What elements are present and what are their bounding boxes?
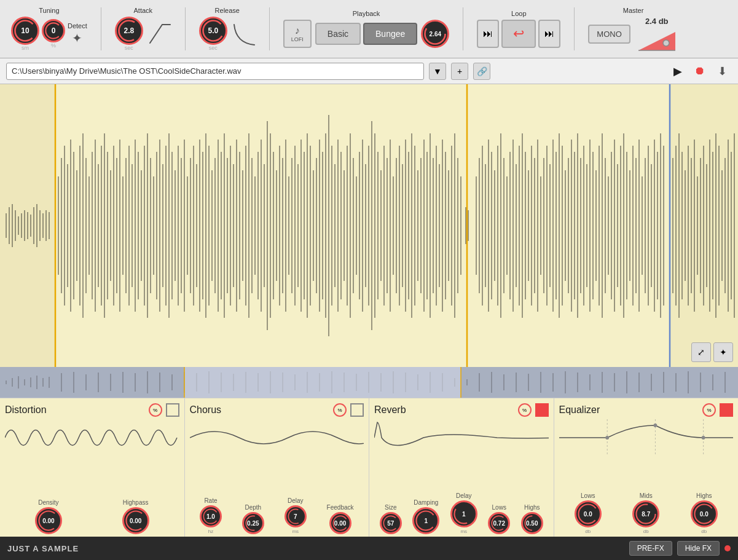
attack-label: Attack	[134, 7, 153, 14]
damping-knob-group: Damping 1	[412, 499, 439, 534]
reverb-knobs: Size 57 Damping 1 Delay	[374, 460, 549, 534]
play-button[interactable]: ▶	[668, 61, 688, 81]
reverb-header: Reverb %	[374, 403, 549, 417]
attack-section: Attack 2.8 sec	[110, 7, 176, 51]
distortion-viz-svg	[5, 419, 179, 456]
eq-lows-knob[interactable]: 0.0	[575, 500, 602, 527]
record-button[interactable]: ⏺	[690, 61, 710, 81]
expand-button[interactable]: ⤢	[691, 342, 711, 362]
dropdown-button[interactable]: ▼	[429, 63, 446, 80]
chorus-delay-knob[interactable]: 7	[285, 505, 307, 527]
chorus-header: Chorus %	[190, 403, 364, 417]
release-section: Release 5.0 sec	[194, 7, 261, 51]
tuning-unit: sm	[22, 45, 29, 51]
reverb-pct-button[interactable]: %	[518, 403, 532, 417]
divider-4	[463, 7, 463, 50]
loop-prev-button[interactable]: ⏭	[477, 20, 499, 48]
lofi-label: LOFI	[291, 36, 304, 42]
lows-knob[interactable]: 0.72	[488, 512, 510, 534]
reverb-highs-label: Highs	[524, 504, 540, 511]
svg-point-4	[425, 23, 446, 44]
feedback-knob[interactable]: 0.00	[329, 512, 351, 534]
attack-knob[interactable]: 2.8	[115, 17, 143, 45]
waveform-svg	[0, 84, 738, 367]
pre-fx-button[interactable]: PRE-FX	[629, 541, 672, 556]
mini-waveform[interactable]	[0, 367, 738, 398]
release-label: Release	[215, 7, 240, 14]
distortion-pct-button[interactable]: %	[149, 403, 162, 417]
eq-lows-knob-group: Lows 0.0 db	[575, 492, 602, 534]
tuning-controls: 10 sm 0 % Detect ✦	[11, 17, 87, 51]
svg-point-319	[383, 516, 398, 530]
eq-lows-unit: db	[585, 529, 591, 534]
reverb-delay-unit: ms	[460, 529, 467, 534]
reverb-delay-label: Delay	[456, 492, 472, 499]
equalizer-toggle[interactable]	[720, 403, 733, 417]
highs-knob[interactable]: 0.50	[521, 512, 543, 534]
link-button[interactable]: 🔗	[473, 63, 490, 80]
tuning-section: Tuning 10 sm 0 %	[6, 7, 92, 51]
distortion-toggle[interactable]	[166, 403, 179, 417]
eq-mids-knob-group: Mids 8.7 db	[632, 492, 659, 534]
eq-highs-knob[interactable]: 0.0	[691, 500, 718, 527]
equalizer-controls: %	[702, 403, 733, 417]
highs-knob-group: Highs 0.50	[521, 504, 543, 534]
lofi-button[interactable]: ♪ LOFI	[283, 20, 312, 48]
svg-point-328	[653, 424, 657, 427]
reverb-toggle[interactable]	[535, 403, 549, 417]
chorus-pct-button[interactable]: %	[333, 403, 347, 417]
highpass-knob[interactable]: 0.00	[122, 507, 149, 534]
chorus-toggle[interactable]	[350, 403, 364, 417]
waveform-area[interactable]: ⤢ ✦	[0, 84, 738, 367]
chorus-delay-knob-group: Delay 7 ms	[285, 497, 307, 534]
reverb-delay-knob-group: Delay 1 ms	[450, 492, 477, 534]
file-path-input[interactable]	[6, 63, 424, 80]
damping-knob[interactable]: 1	[412, 507, 439, 534]
download-button[interactable]: ⬇	[712, 61, 732, 81]
eq-highs-knob-group: Highs 0.0 db	[691, 492, 718, 534]
loop-next-button[interactable]: ⏭	[538, 20, 560, 48]
release-knob[interactable]: 5.0	[199, 17, 227, 45]
detect-icon[interactable]: ✦	[72, 31, 82, 45]
distortion-header: Distortion %	[5, 403, 179, 417]
reverb-controls: %	[518, 403, 549, 417]
eq-mids-knob[interactable]: 8.7	[632, 500, 659, 527]
tuning-pct-knob[interactable]: 0	[42, 19, 65, 42]
feedback-label: Feedback	[327, 504, 354, 511]
svg-point-2	[119, 20, 139, 41]
basic-button[interactable]: Basic	[315, 23, 361, 45]
size-knob-group: Size 57	[380, 504, 402, 534]
distortion-knobs: Density 0.00 Highpass 0.00	[5, 460, 179, 534]
svg-point-332	[694, 504, 713, 523]
pin-button[interactable]: ✦	[713, 342, 733, 362]
equalizer-pct-button[interactable]: %	[702, 403, 716, 417]
rate-knob[interactable]: 1.0	[200, 505, 222, 527]
loop-main-button[interactable]: ↩	[501, 20, 536, 48]
attack-curve	[147, 22, 171, 46]
playback-section: Playback ♪ LOFI Basic Bungee 2.64	[278, 10, 455, 48]
feedback-knob-group: Feedback 0.00	[327, 504, 354, 534]
tuning-knob[interactable]: 10	[11, 17, 39, 45]
svg-point-313	[39, 511, 58, 530]
bungee-button[interactable]: Bungee	[363, 23, 417, 45]
speed-knob[interactable]: 2.64	[421, 20, 449, 48]
svg-point-321	[454, 504, 473, 523]
master-slider[interactable]	[635, 27, 678, 52]
add-file-button[interactable]: +	[451, 63, 468, 80]
rate-knob-group: Rate 1.0 hz	[200, 497, 222, 534]
highpass-knob-group: Highpass 0.00	[122, 499, 149, 534]
reverb-panel: Reverb % Size 57 Damp	[369, 398, 554, 539]
density-knob[interactable]: 0.00	[35, 507, 62, 534]
chorus-delay-unit: ms	[292, 529, 299, 534]
size-knob[interactable]: 57	[380, 512, 402, 534]
depth-knob[interactable]: 0.25	[242, 512, 264, 534]
mono-button[interactable]: MONO	[588, 25, 630, 44]
loop-label: Loop	[511, 10, 526, 17]
eq-mids-unit: db	[643, 529, 649, 534]
reverb-lows-label: Lows	[492, 504, 506, 511]
reverb-delay-knob[interactable]: 1	[450, 500, 477, 527]
svg-point-331	[637, 504, 656, 523]
hide-fx-button[interactable]: Hide FX	[677, 541, 720, 556]
bottom-bar: JUST A SAMPLE PRE-FX Hide FX	[0, 537, 738, 560]
reverb-size-label: Size	[385, 504, 396, 511]
